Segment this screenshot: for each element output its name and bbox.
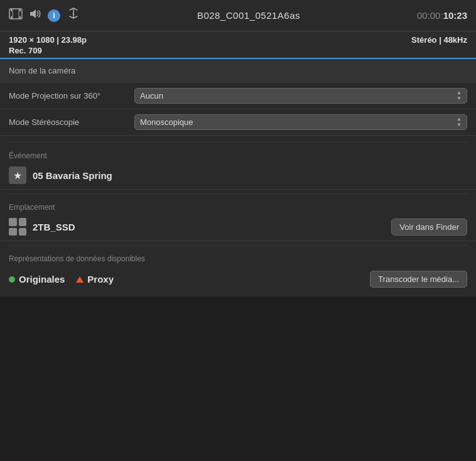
drive-icon [9,218,26,236]
content-area: Nom de la caméra Mode Projection sur 360… [0,59,476,296]
clip-title: B028_C001_0521A6as [80,10,417,21]
representations-section: Représentations de données disponibles O… [0,246,476,296]
event-name: 05 Bavaria Spring [33,170,112,181]
chevron-up-down-icon: ▲ ▼ [457,90,462,101]
proxy-status-icon [76,276,84,283]
voir-finder-button[interactable]: Voir dans Finder [391,219,467,236]
info-bar-resolution-row: 1920 × 1080 | 23.98p Stéréo | 48kHz [9,35,467,45]
svg-rect-1 [11,9,12,11]
transcode-button[interactable]: Transcoder le média... [370,271,467,288]
timecode-bold: 10:23 [443,10,467,21]
camera-name-label: Nom de la caméra [9,66,134,75]
event-content: ★ 05 Bavaria Spring [9,166,467,184]
svg-rect-4 [19,16,21,19]
star-icon: ★ [9,166,26,184]
emplacement-content: 2TB_SSD Voir dans Finder [9,218,467,236]
stereo-row: Mode Stéréoscopie Monoscopique ▲ ▼ [0,109,476,136]
projection-value[interactable]: Aucun ▲ ▼ [134,88,467,104]
chevron-up-down-icon: ▲ ▼ [457,117,462,127]
projection-label: Mode Projection sur 360° [9,91,134,100]
camera-name-row: Nom de la caméra [0,59,476,83]
info-icon[interactable]: i [48,9,60,22]
timecode: 00:00:10:23 [417,10,467,21]
audio-info: Stéréo | 48kHz [411,35,467,45]
svg-marker-7 [30,9,36,18]
stereo-dropdown[interactable]: Monoscopique ▲ ▼ [134,114,467,130]
emplacement-section-label: Emplacement [9,203,467,212]
svg-rect-3 [11,16,12,19]
arrows-icon[interactable] [67,8,80,23]
event-section-label: Événement [9,151,467,160]
proxy-label: Proxy [87,274,114,285]
event-section: Événement ★ 05 Bavaria Spring [0,143,476,190]
colorspace: Rec. 709 [9,46,42,55]
timecode-prefix: 00:00: [417,10,443,21]
representations-label: Représentations de données disponibles [9,254,467,263]
projection-dropdown[interactable]: Aucun ▲ ▼ [134,88,467,104]
emplacement-name: 2TB_SSD [33,222,75,232]
film-icon[interactable] [9,8,23,23]
originals-rep-item: Originales [9,274,65,285]
emplacement-section: Emplacement 2TB_SSD Voir dans Finder [0,194,476,241]
resolution-framerate: 1920 × 1080 | 23.98p [9,35,87,45]
representations-content: Originales Proxy Transcoder le média... [9,271,467,288]
projection-row: Mode Projection sur 360° Aucun ▲ ▼ [0,83,476,109]
stereo-label: Mode Stéréoscopie [9,117,134,127]
originals-status-icon [9,276,15,283]
info-bar-colorspace-row: Rec. 709 [9,46,467,55]
originals-label: Originales [19,274,65,285]
stereo-value[interactable]: Monoscopique ▲ ▼ [134,114,467,130]
info-bar: 1920 × 1080 | 23.98p Stéréo | 48kHz Rec.… [0,31,476,59]
volume-icon[interactable] [29,8,41,23]
svg-rect-2 [19,9,21,11]
top-bar-icons: i [9,8,80,23]
proxy-rep-item: Proxy [76,274,114,285]
top-bar: i B028_C001_0521A6as 00:00:10:23 [0,0,476,31]
